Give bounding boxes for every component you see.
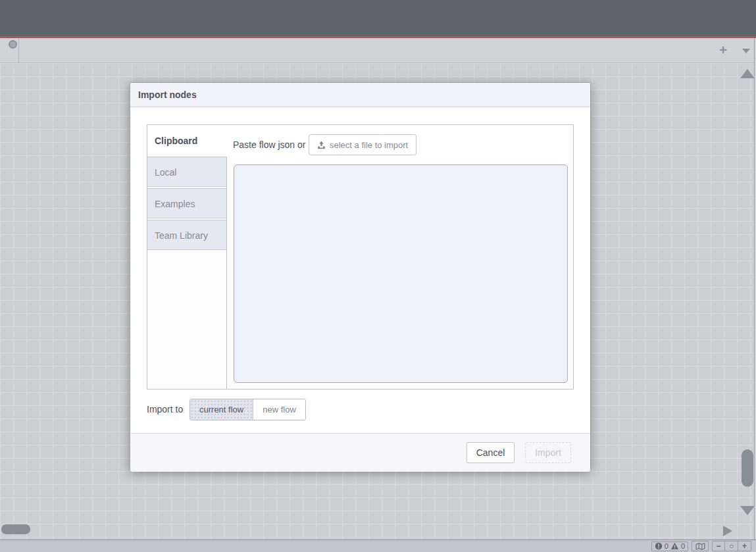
tabbar-divider (18, 38, 19, 63)
tab-local[interactable]: Local (147, 157, 226, 187)
zoom-reset-button[interactable]: ○ (725, 541, 738, 551)
chevron-down-icon (742, 49, 750, 53)
zoom-controls: − ○ + (712, 541, 751, 551)
select-file-button[interactable]: select a file to import (309, 134, 416, 155)
status-bar: 0 0 − ○ + (0, 539, 756, 552)
zoom-out-button[interactable]: − (712, 541, 725, 551)
select-file-label: select a file to import (330, 140, 408, 150)
target-current-flow-button[interactable]: current flow (190, 399, 253, 420)
notifications-badge[interactable]: 0 0 (651, 541, 688, 551)
error-circle-icon (655, 542, 663, 550)
scroll-right-arrow[interactable] (723, 526, 732, 536)
vertical-scrollbar-thumb[interactable] (742, 449, 753, 487)
cancel-button[interactable]: Cancel (466, 442, 515, 463)
flow-json-input[interactable] (234, 164, 568, 383)
tab-examples[interactable]: Examples (147, 188, 226, 218)
error-count: 0 (665, 542, 668, 550)
import-to-label: Import to (147, 404, 183, 414)
horizontal-scrollbar-thumb[interactable] (1, 524, 30, 534)
app-header (0, 0, 756, 36)
map-icon (695, 543, 705, 550)
import-source-tabs: Clipboard Local Examples Team Library (147, 125, 227, 389)
add-flow-button[interactable]: + (715, 41, 732, 59)
navigator-toggle-button[interactable] (692, 541, 709, 551)
dialog-title: Import nodes (138, 89, 197, 100)
tab-team-library[interactable]: Team Library (147, 220, 226, 250)
paste-flow-label: Paste flow json or (233, 139, 306, 150)
import-button[interactable]: Import (525, 442, 571, 463)
dialog-header: Import nodes (130, 83, 590, 107)
workspace-tabbar: + (0, 38, 756, 63)
tab-clipboard[interactable]: Clipboard (147, 125, 228, 157)
import-nodes-dialog: Import nodes Clipboard Local Examples Te… (130, 82, 591, 471)
warning-triangle-icon (670, 542, 679, 550)
target-new-flow-button[interactable]: new flow (253, 399, 305, 420)
scroll-down-arrow[interactable] (740, 506, 755, 515)
import-target-group: current flow new flow (189, 399, 306, 420)
palette-circle-icon (9, 40, 17, 49)
zoom-in-button[interactable]: + (738, 541, 751, 551)
import-content-box: Clipboard Local Examples Team Library Pa… (147, 124, 574, 389)
warning-count: 0 (681, 542, 685, 550)
flow-list-dropdown-button[interactable] (740, 42, 753, 58)
node-red-editor: + 0 0 (0, 0, 756, 552)
upload-icon (317, 141, 326, 149)
scroll-up-arrow[interactable] (740, 69, 755, 78)
dialog-footer: Cancel Import (130, 433, 590, 472)
